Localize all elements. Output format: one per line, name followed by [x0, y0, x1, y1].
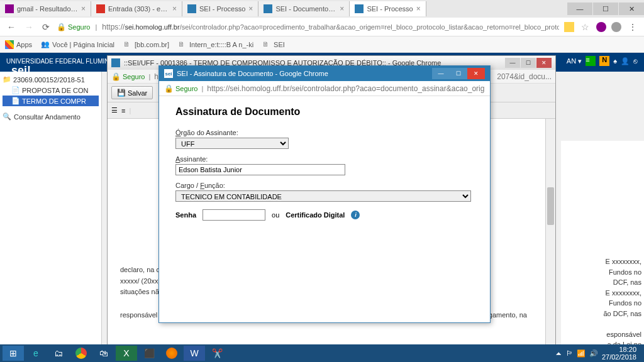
taskbar-chrome-icon[interactable] [70, 346, 92, 361]
close-icon[interactable]: × [248, 4, 253, 13]
menu-icon[interactable]: ⋮ [626, 22, 639, 32]
bookmark-item[interactable]: 🗎[bb.com.br] [123, 40, 169, 49]
taskbar-app-icon[interactable]: ⬛ [138, 346, 160, 361]
ext-icon[interactable] [596, 22, 606, 32]
page-icon: 🗎 [262, 40, 271, 49]
taskbar-snip-icon[interactable]: ✂️ [206, 346, 228, 361]
cargo-label: Cargo / Função: [175, 182, 474, 189]
tree-doc-selected[interactable]: 📄TERMO DE COMPR [3, 96, 99, 106]
page-icon: 🗎 [123, 40, 132, 49]
sei-icon [264, 4, 272, 13]
assinante-input[interactable] [175, 164, 345, 175]
minimize-button[interactable]: ― [432, 68, 450, 79]
consult-link[interactable]: 🔍Consultar Andamento [3, 111, 99, 122]
tray-flag-icon[interactable]: 🏳 [566, 349, 573, 357]
tray-up-icon[interactable]: ⏶ [555, 349, 562, 357]
senha-input[interactable] [203, 209, 265, 221]
secure-badge: 🔒 Seguro [57, 23, 90, 31]
close-button[interactable]: ✕ [536, 58, 552, 68]
yahoo-icon [5, 4, 14, 13]
maximize-button[interactable]: ☐ [521, 58, 536, 68]
scrollbar-vertical[interactable] [545, 119, 555, 346]
save-button[interactable]: 💾Salvar [111, 86, 153, 99]
tray-network-icon[interactable]: 📶 [577, 349, 586, 358]
taskbar-store-icon[interactable]: 🛍 [93, 346, 114, 361]
tab-1[interactable]: Entrada (303) - edsonba× [91, 1, 182, 16]
url-text[interactable]: https://sei.homolog.uff.br/sei/controlad… [102, 23, 559, 31]
tree-process[interactable]: 📁23069.000152/2018-51 [3, 74, 99, 85]
page-icon: 👥 [41, 40, 50, 48]
senha-label: Senha [175, 211, 196, 219]
page-icon: 🗎 [178, 40, 187, 49]
taskbar: ⊞ e 🗂 🛍 X ⬛ W ✂️ ⏶ 🏳 📶 🔊 18:2027/02/2018 [0, 344, 644, 362]
start-button[interactable]: ⊞ [3, 346, 24, 361]
tree-doc[interactable]: 📄PROPOSTA DE CON [3, 85, 99, 96]
taskbar-excel-icon[interactable]: X [116, 346, 137, 361]
gmail-icon [96, 4, 105, 13]
reload-icon[interactable]: ⟳ [40, 22, 52, 32]
tab-2[interactable]: SEI - Processo× [182, 1, 258, 16]
star-icon[interactable]: ☆ [579, 22, 591, 32]
tab-0[interactable]: gmail - Resultados da b× [0, 1, 91, 16]
taskbar-firefox-icon[interactable] [161, 346, 182, 361]
bookmark-item[interactable]: 👥Você | Página Inicial [41, 40, 114, 48]
secure-badge: 🔒 Seguro [111, 72, 145, 81]
taskbar-ie-icon[interactable]: e [25, 346, 47, 361]
ou-label: ou [272, 211, 279, 219]
tab-3[interactable]: SEI - Documentos do Blo× [258, 1, 350, 16]
back-icon[interactable]: ← [5, 22, 18, 32]
taskbar-explorer-icon[interactable]: 🗂 [48, 346, 69, 361]
assinante-label: Assinante: [175, 155, 474, 163]
browser-tabbar: gmail - Resultados da b× Entrada (303) -… [0, 0, 644, 18]
folder-icon: 📁 [3, 75, 11, 84]
minimize-button[interactable]: ― [505, 58, 520, 68]
address-bar: ← → ⟳ 🔒 Seguro | https://sei.homolog.uff… [0, 18, 644, 36]
doc-icon: 📄 [11, 86, 20, 94]
toolbar-icon[interactable]: ≡ [586, 56, 596, 66]
taskbar-word-icon[interactable]: W [184, 346, 205, 361]
apps-button[interactable]: Apps [5, 40, 32, 49]
info-icon[interactable]: i [351, 211, 360, 219]
close-button[interactable]: ✕ [619, 3, 644, 15]
sei-icon [111, 58, 120, 67]
modal-heading: Assinatura de Documento [175, 106, 474, 118]
close-icon[interactable]: × [172, 4, 177, 13]
maximize-button[interactable]: ☐ [450, 68, 467, 79]
bookmark-item[interactable]: 🗎SEI [262, 40, 285, 49]
modal-url: https://sei.homolog.uff.br/sei/controlad… [207, 84, 485, 93]
bookmark-item[interactable]: 🗎Intern_e:t::::B A n_-ki [178, 40, 253, 49]
modal-body: Assinatura de Documento Órgão do Assinan… [159, 96, 490, 231]
toolbar-icon[interactable]: ♠ [613, 57, 617, 65]
orgao-select[interactable]: UFF [175, 138, 289, 149]
list-icon[interactable]: ☰ [111, 106, 118, 114]
maximize-button[interactable]: ☐ [593, 3, 618, 15]
extensions: ☆ ⋮ [564, 22, 639, 32]
tab-4[interactable]: SEI - Processo× [350, 1, 426, 16]
sei-icon: sei [164, 69, 173, 78]
list-icon[interactable]: ≡ [121, 107, 125, 114]
clock[interactable]: 18:2027/02/2018 [602, 346, 636, 361]
background-doc-fragment: E xxxxxxxx, Fundos no DCF, nas E xxxxxxx… [561, 141, 644, 362]
scrollbar-thumb[interactable] [547, 187, 554, 225]
cert-label: Certificado Digital [286, 211, 345, 219]
close-icon[interactable]: × [416, 4, 421, 13]
forward-icon[interactable]: → [23, 22, 35, 32]
toolbar-icon[interactable]: N [599, 56, 609, 66]
cargo-select[interactable]: TECNICO EM CONTABILIDADE [175, 190, 471, 202]
menu-suffix[interactable]: AN ▾ [567, 57, 582, 65]
close-icon[interactable]: × [340, 4, 344, 13]
sei-icon [355, 4, 364, 13]
sidebar: 📁23069.000152/2018-51 📄PROPOSTA DE CON 📄… [0, 72, 102, 347]
modal-addressbar: 🔒 Seguro | https://sei.homolog.uff.br/se… [159, 81, 490, 96]
system-tray[interactable]: ⏶ 🏳 📶 🔊 18:2027/02/2018 [555, 346, 641, 361]
tray-volume-icon[interactable]: 🔊 [589, 349, 598, 358]
ext-icon[interactable] [564, 22, 574, 32]
toolbar-icon[interactable]: 👤 [621, 57, 630, 65]
ext-icon[interactable] [611, 22, 621, 32]
toolbar-icon[interactable]: ⎋ [633, 57, 638, 65]
close-icon[interactable]: × [81, 4, 86, 13]
bookmarks-bar: Apps 👥Você | Página Inicial 🗎[bb.com.br]… [0, 36, 644, 53]
close-button[interactable]: ✕ [467, 68, 485, 79]
minimize-button[interactable]: ― [567, 3, 592, 15]
orgao-label: Órgão do Assinante: [175, 129, 474, 136]
